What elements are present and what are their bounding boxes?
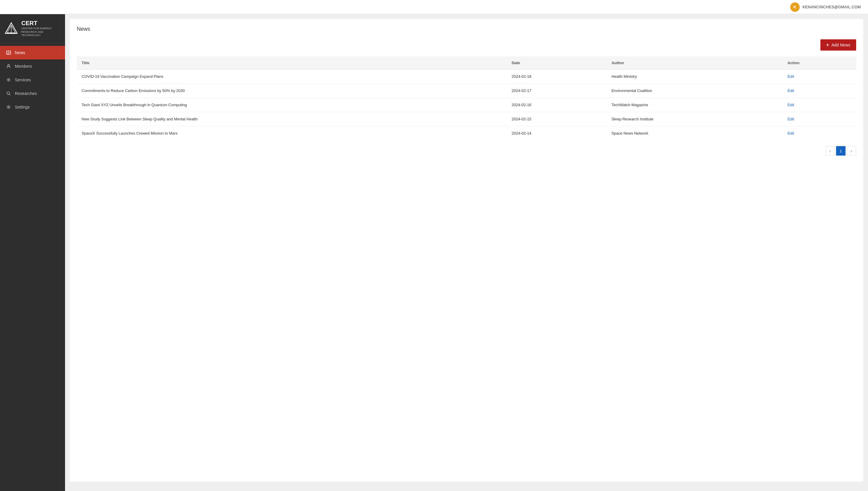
cell-title: Commitments to Reduce Carbon Emissions b… <box>77 84 507 98</box>
table-body: COVID-19 Vaccination Campaign Expand Pla… <box>77 69 856 141</box>
col-action: Action <box>783 57 856 69</box>
cell-author: Space News Network <box>607 126 782 141</box>
logo-subtitle: CENTER FOR ENERGY RESEARCH AND TECHNOLOG… <box>21 27 60 37</box>
edit-link[interactable]: Edit <box>787 103 794 107</box>
cell-title: SpaceX Successfully Launches Crewed Miss… <box>77 126 507 141</box>
sidebar-item-researches[interactable]: Researches <box>0 87 65 100</box>
sidebar-item-news-label: News <box>15 50 25 55</box>
sidebar-item-services-label: Services <box>15 78 31 82</box>
news-table: Title Date Author Action COVID-19 Vaccin… <box>77 57 856 140</box>
sidebar-item-researches-label: Researches <box>15 91 37 96</box>
table-header: Title Date Author Action <box>77 57 856 69</box>
cert-logo-icon <box>5 22 18 35</box>
toolbar: + Add News <box>77 39 856 51</box>
cell-action: Edit <box>783 98 856 112</box>
cell-action: Edit <box>783 84 856 98</box>
sidebar-nav: News Members Services Rese <box>0 46 65 114</box>
cell-date: 2024-02-17 <box>507 84 607 98</box>
plus-icon: + <box>826 42 829 48</box>
cell-author: Sleep Research Institute <box>607 112 782 126</box>
edit-link[interactable]: Edit <box>787 117 794 121</box>
table-row: New Study Suggests Link Between Sleep Qu… <box>77 112 856 126</box>
logo-title: CERT <box>21 20 60 26</box>
user-email: KENANCINCHES@GMAIL.COM <box>803 5 861 9</box>
edit-link[interactable]: Edit <box>787 74 794 79</box>
cell-action: Edit <box>783 126 856 141</box>
cell-date: 2024-02-16 <box>507 98 607 112</box>
svg-point-12 <box>8 107 9 108</box>
table-row: Commitments to Reduce Carbon Emissions b… <box>77 84 856 98</box>
sidebar-item-settings[interactable]: Settings <box>0 100 65 114</box>
cell-date: 2024-02-15 <box>507 112 607 126</box>
pagination-next[interactable]: › <box>847 146 856 155</box>
top-bar: K KENANCINCHES@GMAIL.COM <box>0 0 868 14</box>
cell-title: Tech Giant XYZ Unveils Breakthrough in Q… <box>77 98 507 112</box>
table-row: Tech Giant XYZ Unveils Breakthrough in Q… <box>77 98 856 112</box>
cell-date: 2024-02-18 <box>507 69 607 84</box>
sidebar: CERT CENTER FOR ENERGY RESEARCH AND TECH… <box>0 14 65 491</box>
svg-point-10 <box>7 92 10 95</box>
col-title: Title <box>77 57 507 69</box>
cell-action: Edit <box>783 69 856 84</box>
cell-title: New Study Suggests Link Between Sleep Qu… <box>77 112 507 126</box>
svg-line-11 <box>9 94 11 95</box>
main-content: News + Add News Title Date Author Action <box>65 14 868 491</box>
sidebar-item-members-label: Members <box>15 64 32 68</box>
add-news-button[interactable]: + Add News <box>820 39 856 51</box>
sidebar-item-news[interactable]: News <box>0 46 65 59</box>
user-info: K KENANCINCHES@GMAIL.COM <box>790 2 861 12</box>
person-icon <box>6 64 11 69</box>
cell-author: Environmental Coalition <box>607 84 782 98</box>
sidebar-item-members[interactable]: Members <box>0 59 65 73</box>
table-header-row: Title Date Author Action <box>77 57 856 69</box>
settings-icon <box>6 105 11 110</box>
layout: CERT CENTER FOR ENERGY RESEARCH AND TECH… <box>0 14 868 491</box>
logo-text: CERT CENTER FOR ENERGY RESEARCH AND TECH… <box>21 20 60 37</box>
pagination: ‹ 1 › <box>77 146 856 155</box>
cell-author: Health Ministry <box>607 69 782 84</box>
user-avatar: K <box>790 2 800 12</box>
cell-action: Edit <box>783 112 856 126</box>
pagination-page-1[interactable]: 1 <box>836 146 845 155</box>
svg-point-9 <box>8 79 9 81</box>
page-title: News <box>77 26 856 32</box>
services-icon <box>6 77 11 83</box>
cell-date: 2024-02-14 <box>507 126 607 141</box>
svg-point-8 <box>8 64 9 66</box>
sidebar-logo: CERT CENTER FOR ENERGY RESEARCH AND TECH… <box>0 14 65 44</box>
col-date: Date <box>507 57 607 69</box>
add-news-label: Add News <box>831 42 850 47</box>
sidebar-item-settings-label: Settings <box>15 105 30 110</box>
researches-icon <box>6 91 11 96</box>
edit-link[interactable]: Edit <box>787 131 794 136</box>
col-author: Author <box>607 57 782 69</box>
sidebar-item-services[interactable]: Services <box>0 73 65 87</box>
content-area: News + Add News Title Date Author Action <box>70 19 863 482</box>
edit-link[interactable]: Edit <box>787 88 794 93</box>
cell-title: COVID-19 Vaccination Campaign Expand Pla… <box>77 69 507 84</box>
cell-author: TechWatch Magazine <box>607 98 782 112</box>
table-row: COVID-19 Vaccination Campaign Expand Pla… <box>77 69 856 84</box>
table-row: SpaceX Successfully Launches Crewed Miss… <box>77 126 856 141</box>
newspaper-icon <box>6 50 11 55</box>
pagination-prev[interactable]: ‹ <box>826 146 835 155</box>
